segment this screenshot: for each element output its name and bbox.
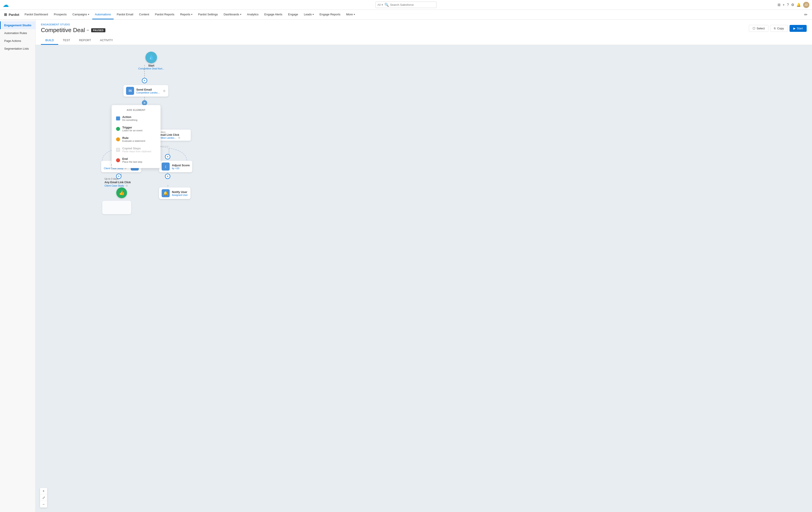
- add-element-panel: ADD ELEMENT Action Do something Trigger …: [112, 105, 161, 168]
- add-element-end[interactable]: End Place the last step: [112, 155, 161, 165]
- start-label: Start: [148, 64, 154, 67]
- add-btn-1[interactable]: +: [142, 78, 147, 83]
- select-icon: ☐: [753, 27, 755, 30]
- layout: Engagement Studio Automation Rules Page …: [0, 20, 812, 512]
- sidebar-item-automation-rules[interactable]: Automation Rules: [0, 29, 35, 37]
- trigger-dot: [116, 127, 120, 131]
- add-btn-right[interactable]: +: [165, 154, 170, 159]
- sidebar-item-engagement-studio[interactable]: Engagement Studio: [0, 21, 35, 29]
- nav-campaigns[interactable]: Campaigns▾: [70, 10, 92, 19]
- select-button[interactable]: ☐ Select: [749, 25, 768, 32]
- search-input[interactable]: [390, 3, 435, 6]
- nav-engage[interactable]: Engage: [286, 10, 301, 19]
- breadcrumb: ENGAGEMENT STUDIO: [41, 23, 106, 26]
- trigger-2-gear[interactable]: ⚙: [126, 184, 128, 187]
- nav-analytics[interactable]: Analytics: [244, 10, 261, 19]
- trigger-2-days-label: Up to 3 days: [105, 178, 118, 180]
- grid-icon[interactable]: ⊞: [778, 3, 780, 7]
- nav-reports[interactable]: Reports▾: [177, 10, 195, 19]
- send-email-1-gear[interactable]: ⚙: [163, 89, 166, 92]
- copy-button[interactable]: ⎘ Copy: [770, 25, 787, 32]
- page-header: ENGAGEMENT STUDIO Competitive Deal ✏ PAU…: [35, 20, 812, 45]
- notify-user-title: Notify User: [172, 190, 188, 194]
- nav-engage-alerts[interactable]: Engage Alerts: [262, 10, 285, 19]
- flow-container: 💧 Start Competitive Deal Nurt... + ✉ Sen…: [35, 45, 812, 512]
- app-grid-icon: ⊞: [4, 12, 7, 17]
- zoom-out-button[interactable]: −: [40, 501, 47, 508]
- adjust-score-icon: ↕: [162, 162, 170, 170]
- trigger-2-label: Any Email Link Click: [105, 181, 131, 184]
- topbar-actions: ⊞ + ? ⚙ 🔔 JD: [778, 2, 809, 8]
- nav-prospects[interactable]: Prospects: [51, 10, 69, 19]
- leads-caret: ▾: [313, 13, 314, 16]
- start-button[interactable]: ▶ Start: [789, 25, 807, 32]
- nav-pardot-reports[interactable]: Pardot Reports: [152, 10, 177, 19]
- adjust-score-title: Adjust Score: [172, 164, 190, 167]
- nav-dashboards[interactable]: Dashboards▾: [221, 10, 244, 19]
- page-header-left: ENGAGEMENT STUDIO Competitive Deal ✏ PAU…: [41, 23, 106, 34]
- edit-pencil-icon[interactable]: ✏: [802, 10, 810, 19]
- search-bar[interactable]: All ▾ 🔍: [375, 2, 436, 8]
- sidebar: Engagement Studio Automation Rules Page …: [0, 20, 35, 512]
- partial-node-bottom: [102, 201, 131, 214]
- copy-icon: ⎘: [774, 27, 776, 30]
- trigger-1-gear[interactable]: ⚙: [178, 136, 180, 139]
- add-element-close-btn[interactable]: ✕: [142, 100, 147, 106]
- page-header-top: ENGAGEMENT STUDIO Competitive Deal ✏ PAU…: [41, 23, 807, 34]
- add-element-action[interactable]: Action Do something: [112, 113, 161, 124]
- main-content: ENGAGEMENT STUDIO Competitive Deal ✏ PAU…: [35, 20, 812, 512]
- add-btn-right-2[interactable]: +: [165, 173, 170, 179]
- gear-icon[interactable]: ⚙: [791, 3, 794, 7]
- trigger-text: Trigger Listen for an event: [122, 126, 143, 132]
- bell-icon[interactable]: 🔔: [796, 3, 801, 7]
- page-title-row: Competitive Deal ✏ PAUSED: [41, 27, 106, 34]
- notify-user-icon: 🔔: [162, 189, 170, 197]
- send-email-1-icon: ✉: [126, 87, 134, 95]
- play-icon: ▶: [793, 27, 795, 30]
- trigger-2-circle: 👍: [116, 187, 127, 198]
- send-email-1-sub: Competitive Landsc...: [136, 91, 160, 94]
- search-filter-selector[interactable]: All ▾: [377, 3, 383, 6]
- page-title: Competitive Deal: [41, 27, 85, 34]
- action-text: Action Do something: [122, 115, 137, 121]
- adjust-score-text: Adjust Score by +20: [172, 164, 190, 170]
- salesforce-logo: ☁: [3, 2, 9, 8]
- more-caret: ▾: [354, 13, 355, 16]
- nav-content[interactable]: Content: [136, 10, 152, 19]
- avatar[interactable]: JD: [803, 2, 809, 8]
- nav-more[interactable]: More▾: [344, 10, 357, 19]
- send-email-1-box: ✉ Send Email Competitive Landsc... ⚙: [123, 85, 168, 97]
- zoom-controls: + ⤢ −: [40, 488, 47, 508]
- nav-automations[interactable]: Automations: [92, 10, 114, 19]
- sidebar-item-page-actions[interactable]: Page Actions: [0, 37, 35, 45]
- avatar-initials: JD: [805, 3, 808, 6]
- nav-pardot-dashboard[interactable]: Pardot Dashboard: [22, 10, 51, 19]
- tabs: BUILD TEST REPORT ACTIVITY: [41, 36, 807, 45]
- add-element-rule[interactable]: Rule Evaluate a statement: [112, 134, 161, 144]
- campaigns-caret: ▾: [88, 13, 89, 16]
- nav-leads[interactable]: Leads▾: [301, 10, 316, 19]
- nav-engage-reports[interactable]: Engage Reports: [317, 10, 343, 19]
- help-icon[interactable]: ?: [787, 3, 789, 7]
- zoom-fit-button[interactable]: ⤢: [40, 495, 47, 501]
- title-edit-icon[interactable]: ✏: [87, 28, 89, 32]
- page-header-actions: ☐ Select ⎘ Copy ▶ Start: [749, 25, 807, 32]
- nav-pardot-settings[interactable]: Pardot Settings: [196, 10, 221, 19]
- notify-user-box: 🔔 Notify User Assigned User: [159, 187, 191, 199]
- zoom-in-button[interactable]: +: [40, 488, 47, 494]
- sidebar-item-segmentation-lists[interactable]: Segmentation Lists: [0, 45, 35, 53]
- tab-report[interactable]: REPORT: [75, 36, 96, 45]
- status-badge: PAUSED: [91, 28, 106, 32]
- app-name: Pardot: [9, 13, 19, 17]
- plus-icon[interactable]: +: [783, 3, 785, 7]
- nav-pardot-email[interactable]: Pardot Email: [114, 10, 136, 19]
- start-sublabel: Competitive Deal Nurt...: [138, 67, 164, 70]
- tab-test[interactable]: TEST: [58, 36, 75, 45]
- action-dot: [116, 116, 120, 120]
- tab-activity[interactable]: ACTIVITY: [95, 36, 117, 45]
- tab-build[interactable]: BUILD: [41, 36, 58, 45]
- app-launcher[interactable]: ⊞ Pardot: [2, 10, 22, 19]
- add-element-trigger[interactable]: Trigger Listen for an event: [112, 124, 161, 134]
- trigger-2-sub: Client Case Study ⚙: [105, 184, 128, 187]
- send-email-1-text: Send Email Competitive Landsc...: [136, 88, 160, 94]
